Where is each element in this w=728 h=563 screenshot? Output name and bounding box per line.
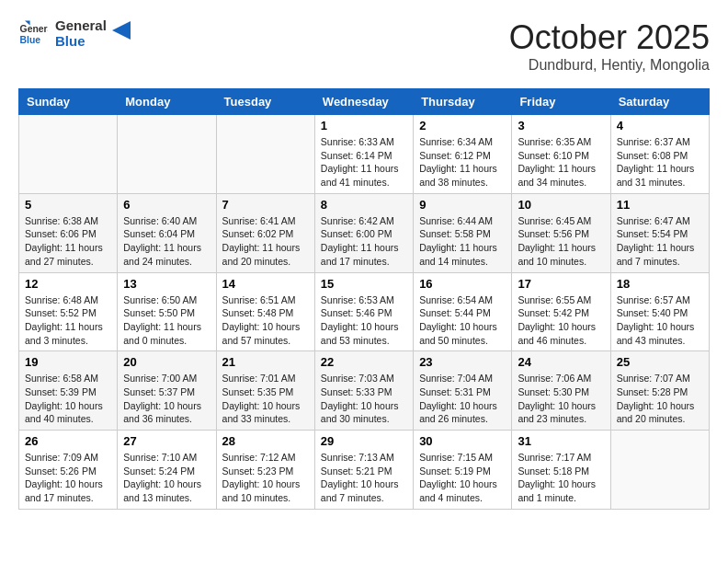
day-number: 24 bbox=[518, 355, 604, 369]
logo-text-general: General bbox=[55, 18, 107, 34]
calendar-cell: 14Sunrise: 6:51 AM Sunset: 5:48 PM Dayli… bbox=[216, 272, 314, 351]
day-number: 3 bbox=[518, 119, 604, 132]
day-number: 10 bbox=[518, 198, 604, 212]
day-info: Sunrise: 7:03 AM Sunset: 5:33 PM Dayligh… bbox=[321, 372, 407, 426]
day-info: Sunrise: 6:54 AM Sunset: 5:44 PM Dayligh… bbox=[419, 293, 506, 348]
column-header-saturday: Saturday bbox=[610, 89, 709, 115]
calendar-cell: 24Sunrise: 7:06 AM Sunset: 5:30 PM Dayli… bbox=[512, 351, 610, 431]
day-info: Sunrise: 7:09 AM Sunset: 5:26 PM Dayligh… bbox=[25, 451, 111, 505]
day-info: Sunrise: 6:55 AM Sunset: 5:42 PM Dayligh… bbox=[518, 293, 604, 348]
day-info: Sunrise: 6:48 AM Sunset: 5:52 PM Dayligh… bbox=[25, 293, 111, 348]
calendar-week-row: 19Sunrise: 6:58 AM Sunset: 5:39 PM Dayli… bbox=[19, 351, 710, 431]
column-header-sunday: Sunday bbox=[19, 89, 118, 115]
day-number: 30 bbox=[419, 434, 506, 448]
calendar-table: SundayMondayTuesdayWednesdayThursdayFrid… bbox=[18, 88, 710, 510]
day-info: Sunrise: 6:38 AM Sunset: 6:06 PM Dayligh… bbox=[25, 214, 111, 269]
day-number: 27 bbox=[123, 434, 210, 448]
calendar-cell: 12Sunrise: 6:48 AM Sunset: 5:52 PM Dayli… bbox=[19, 272, 118, 351]
calendar-cell: 7Sunrise: 6:41 AM Sunset: 6:02 PM Daylig… bbox=[216, 193, 314, 272]
column-header-tuesday: Tuesday bbox=[216, 89, 314, 115]
logo-arrow-icon bbox=[112, 21, 131, 40]
day-info: Sunrise: 6:53 AM Sunset: 5:46 PM Dayligh… bbox=[321, 293, 407, 348]
calendar-cell: 20Sunrise: 7:00 AM Sunset: 5:37 PM Dayli… bbox=[118, 351, 216, 431]
column-header-wednesday: Wednesday bbox=[314, 89, 413, 115]
logo-text-blue: Blue bbox=[55, 34, 107, 50]
day-number: 13 bbox=[123, 277, 210, 291]
calendar-cell: 3Sunrise: 6:35 AM Sunset: 6:10 PM Daylig… bbox=[512, 115, 610, 194]
day-info: Sunrise: 7:04 AM Sunset: 5:31 PM Dayligh… bbox=[419, 372, 506, 426]
calendar-cell: 8Sunrise: 6:42 AM Sunset: 6:00 PM Daylig… bbox=[314, 193, 413, 272]
calendar-cell: 9Sunrise: 6:44 AM Sunset: 5:58 PM Daylig… bbox=[414, 193, 512, 272]
day-number: 14 bbox=[222, 277, 309, 291]
day-number: 19 bbox=[25, 355, 111, 369]
column-header-monday: Monday bbox=[118, 89, 216, 115]
calendar-cell: 30Sunrise: 7:15 AM Sunset: 5:19 PM Dayli… bbox=[414, 431, 512, 510]
calendar-cell: 18Sunrise: 6:57 AM Sunset: 5:40 PM Dayli… bbox=[610, 272, 709, 351]
day-info: Sunrise: 6:57 AM Sunset: 5:40 PM Dayligh… bbox=[617, 293, 703, 348]
title-block: October 2025 Dundburd, Hentiy, Mongolia bbox=[509, 18, 710, 74]
calendar-cell: 2Sunrise: 6:34 AM Sunset: 6:12 PM Daylig… bbox=[414, 115, 512, 194]
month-title: October 2025 bbox=[509, 18, 710, 57]
calendar-cell: 17Sunrise: 6:55 AM Sunset: 5:42 PM Dayli… bbox=[512, 272, 610, 351]
logo-icon: General Blue bbox=[18, 19, 48, 49]
day-number: 1 bbox=[321, 119, 407, 132]
calendar-cell bbox=[216, 115, 314, 194]
day-number: 8 bbox=[321, 198, 407, 212]
calendar-week-row: 5Sunrise: 6:38 AM Sunset: 6:06 PM Daylig… bbox=[19, 193, 710, 272]
day-number: 18 bbox=[617, 277, 703, 291]
day-number: 22 bbox=[321, 355, 407, 369]
calendar-cell: 11Sunrise: 6:47 AM Sunset: 5:54 PM Dayli… bbox=[610, 193, 709, 272]
calendar-cell: 16Sunrise: 6:54 AM Sunset: 5:44 PM Dayli… bbox=[414, 272, 512, 351]
day-info: Sunrise: 6:44 AM Sunset: 5:58 PM Dayligh… bbox=[419, 214, 506, 269]
day-info: Sunrise: 7:12 AM Sunset: 5:23 PM Dayligh… bbox=[222, 451, 309, 505]
calendar-cell bbox=[610, 431, 709, 510]
day-number: 16 bbox=[419, 277, 506, 291]
calendar-cell: 26Sunrise: 7:09 AM Sunset: 5:26 PM Dayli… bbox=[19, 431, 118, 510]
day-info: Sunrise: 6:47 AM Sunset: 5:54 PM Dayligh… bbox=[617, 214, 703, 269]
calendar-cell: 28Sunrise: 7:12 AM Sunset: 5:23 PM Dayli… bbox=[216, 431, 314, 510]
calendar-week-row: 1Sunrise: 6:33 AM Sunset: 6:14 PM Daylig… bbox=[19, 115, 710, 194]
calendar-cell: 27Sunrise: 7:10 AM Sunset: 5:24 PM Dayli… bbox=[118, 431, 216, 510]
day-number: 29 bbox=[321, 434, 407, 448]
day-number: 7 bbox=[222, 198, 309, 212]
column-header-friday: Friday bbox=[512, 89, 610, 115]
calendar-week-row: 12Sunrise: 6:48 AM Sunset: 5:52 PM Dayli… bbox=[19, 272, 710, 351]
day-number: 17 bbox=[518, 277, 604, 291]
day-info: Sunrise: 7:17 AM Sunset: 5:18 PM Dayligh… bbox=[518, 451, 604, 505]
calendar-cell: 4Sunrise: 6:37 AM Sunset: 6:08 PM Daylig… bbox=[610, 115, 709, 194]
day-info: Sunrise: 7:13 AM Sunset: 5:21 PM Dayligh… bbox=[321, 451, 407, 505]
day-info: Sunrise: 6:40 AM Sunset: 6:04 PM Dayligh… bbox=[123, 214, 210, 269]
location: Dundburd, Hentiy, Mongolia bbox=[509, 57, 710, 74]
day-number: 21 bbox=[222, 355, 309, 369]
day-info: Sunrise: 6:35 AM Sunset: 6:10 PM Dayligh… bbox=[518, 135, 604, 190]
logo: General Blue General Blue bbox=[18, 18, 131, 49]
day-info: Sunrise: 7:01 AM Sunset: 5:35 PM Dayligh… bbox=[222, 372, 309, 426]
day-number: 23 bbox=[419, 355, 506, 369]
day-info: Sunrise: 6:58 AM Sunset: 5:39 PM Dayligh… bbox=[25, 372, 111, 426]
day-info: Sunrise: 6:33 AM Sunset: 6:14 PM Dayligh… bbox=[321, 135, 407, 190]
calendar-header-row: SundayMondayTuesdayWednesdayThursdayFrid… bbox=[19, 89, 710, 115]
calendar-cell: 13Sunrise: 6:50 AM Sunset: 5:50 PM Dayli… bbox=[118, 272, 216, 351]
calendar-cell: 29Sunrise: 7:13 AM Sunset: 5:21 PM Dayli… bbox=[314, 431, 413, 510]
calendar-cell: 23Sunrise: 7:04 AM Sunset: 5:31 PM Dayli… bbox=[414, 351, 512, 431]
day-info: Sunrise: 6:50 AM Sunset: 5:50 PM Dayligh… bbox=[123, 293, 210, 348]
day-info: Sunrise: 7:10 AM Sunset: 5:24 PM Dayligh… bbox=[123, 451, 210, 505]
day-number: 25 bbox=[617, 355, 703, 369]
calendar-week-row: 26Sunrise: 7:09 AM Sunset: 5:26 PM Dayli… bbox=[19, 431, 710, 510]
calendar-cell: 15Sunrise: 6:53 AM Sunset: 5:46 PM Dayli… bbox=[314, 272, 413, 351]
calendar-cell: 19Sunrise: 6:58 AM Sunset: 5:39 PM Dayli… bbox=[19, 351, 118, 431]
day-info: Sunrise: 7:15 AM Sunset: 5:19 PM Dayligh… bbox=[419, 451, 506, 505]
day-number: 31 bbox=[518, 434, 604, 448]
day-number: 4 bbox=[617, 119, 703, 132]
day-info: Sunrise: 6:41 AM Sunset: 6:02 PM Dayligh… bbox=[222, 214, 309, 269]
day-info: Sunrise: 7:00 AM Sunset: 5:37 PM Dayligh… bbox=[123, 372, 210, 426]
day-number: 12 bbox=[25, 277, 111, 291]
calendar-cell: 22Sunrise: 7:03 AM Sunset: 5:33 PM Dayli… bbox=[314, 351, 413, 431]
day-number: 11 bbox=[617, 198, 703, 212]
day-number: 26 bbox=[25, 434, 111, 448]
calendar-cell: 10Sunrise: 6:45 AM Sunset: 5:56 PM Dayli… bbox=[512, 193, 610, 272]
day-number: 15 bbox=[321, 277, 407, 291]
calendar-cell: 1Sunrise: 6:33 AM Sunset: 6:14 PM Daylig… bbox=[314, 115, 413, 194]
calendar-cell: 31Sunrise: 7:17 AM Sunset: 5:18 PM Dayli… bbox=[512, 431, 610, 510]
calendar-cell bbox=[118, 115, 216, 194]
